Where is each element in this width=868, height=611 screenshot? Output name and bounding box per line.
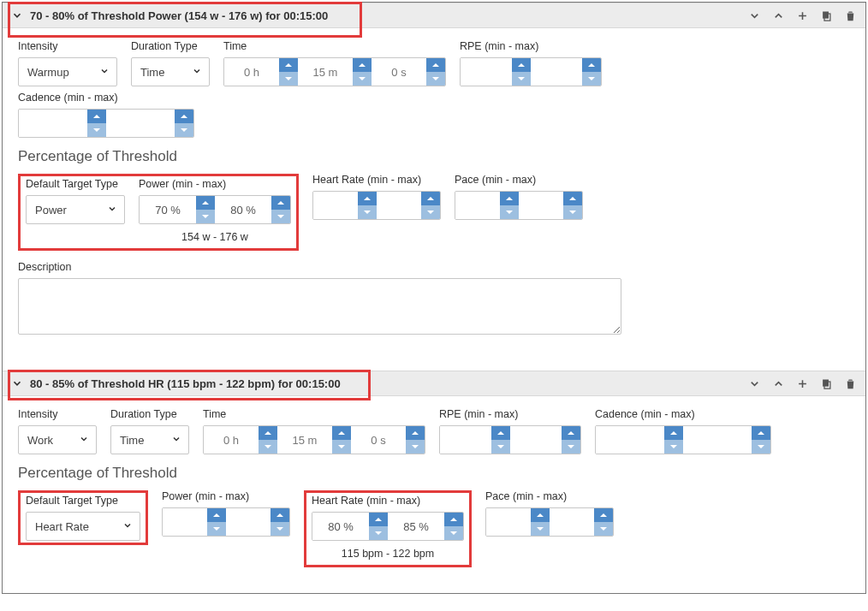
spin-up[interactable] [87, 110, 106, 123]
spin-up[interactable] [582, 58, 601, 72]
spin-down[interactable] [271, 522, 289, 536]
spin-up[interactable] [563, 192, 582, 205]
description-input[interactable] [18, 278, 621, 335]
spin-down[interactable] [582, 72, 601, 86]
move-down-icon[interactable] [747, 377, 761, 390]
plus-icon[interactable] [795, 377, 809, 390]
spin-up[interactable] [279, 58, 298, 72]
rpe-max[interactable] [531, 58, 582, 86]
spin-down[interactable] [491, 440, 510, 454]
power-max[interactable] [215, 196, 271, 223]
spin-down[interactable] [500, 205, 519, 219]
spin-up[interactable] [444, 513, 463, 526]
trash-icon[interactable] [843, 9, 857, 22]
spin-up[interactable] [406, 426, 425, 440]
spin-up[interactable] [271, 196, 290, 210]
spin-up[interactable] [491, 426, 510, 440]
duration-type-select[interactable]: Time [131, 57, 210, 86]
spin-down[interactable] [664, 440, 683, 454]
plus-icon[interactable] [795, 9, 809, 22]
rpe-min[interactable] [440, 426, 491, 454]
time-m[interactable] [277, 426, 332, 454]
spin-down[interactable] [594, 522, 613, 536]
rpe-max[interactable] [510, 426, 562, 454]
spin-down[interactable] [421, 205, 440, 219]
power-max[interactable] [226, 508, 271, 536]
spin-down[interactable] [406, 440, 425, 454]
spin-up[interactable] [426, 58, 445, 72]
intensity-select[interactable]: Warmup [18, 57, 117, 86]
spin-up[interactable] [271, 508, 289, 522]
time-input[interactable] [203, 425, 425, 454]
spin-down[interactable] [259, 440, 277, 454]
spin-up[interactable] [196, 196, 215, 210]
time-s[interactable] [351, 426, 406, 454]
spin-up[interactable] [512, 58, 531, 72]
spin-down[interactable] [332, 440, 351, 454]
spin-up[interactable] [752, 426, 770, 440]
rpe-input[interactable] [439, 425, 581, 454]
spin-down[interactable] [87, 123, 106, 137]
power-range-input[interactable] [139, 195, 291, 224]
section-header-1[interactable]: 70 - 80% of Threshold Power (154 w - 176… [3, 3, 865, 28]
move-down-icon[interactable] [747, 9, 761, 22]
spin-up[interactable] [175, 110, 193, 123]
rpe-min[interactable] [461, 58, 512, 86]
copy-icon[interactable] [819, 377, 833, 390]
hr-max[interactable] [388, 513, 444, 540]
spin-down[interactable] [563, 205, 582, 219]
spin-down[interactable] [271, 210, 290, 223]
spin-down[interactable] [279, 72, 298, 86]
spin-up[interactable] [664, 426, 683, 440]
time-input[interactable] [223, 57, 446, 86]
pace-range-input[interactable] [455, 191, 583, 220]
cad-max[interactable] [683, 426, 752, 454]
cadence-input[interactable] [595, 425, 771, 454]
spin-up[interactable] [421, 192, 440, 205]
power-range-input[interactable] [162, 507, 290, 537]
hr-range-input[interactable] [312, 191, 441, 220]
spin-up[interactable] [207, 508, 226, 522]
rpe-input[interactable] [460, 57, 602, 86]
spin-down[interactable] [207, 522, 226, 536]
cad-max[interactable] [106, 110, 175, 137]
power-min[interactable] [140, 196, 196, 223]
chevron-down-icon[interactable] [11, 377, 23, 389]
spin-down[interactable] [175, 123, 193, 137]
time-s[interactable] [372, 58, 426, 86]
spin-down[interactable] [562, 440, 580, 454]
pace-range-input[interactable] [485, 507, 614, 537]
spin-down[interactable] [353, 72, 372, 86]
spin-down[interactable] [512, 72, 531, 86]
move-up-icon[interactable] [771, 377, 785, 390]
spin-down[interactable] [531, 522, 550, 536]
time-h[interactable] [204, 426, 259, 454]
spin-up[interactable] [562, 426, 580, 440]
spin-up[interactable] [369, 513, 388, 526]
spin-down[interactable] [426, 72, 445, 86]
copy-icon[interactable] [819, 9, 833, 22]
cadence-input[interactable] [18, 109, 194, 138]
spin-down[interactable] [369, 526, 388, 540]
hr-min[interactable] [312, 513, 369, 540]
intensity-select[interactable]: Work [18, 425, 97, 454]
default-target-type-select[interactable]: Heart Rate [26, 512, 140, 541]
pace-max[interactable] [550, 508, 594, 536]
trash-icon[interactable] [843, 377, 857, 390]
time-h[interactable] [224, 58, 279, 86]
spin-up[interactable] [353, 58, 372, 72]
spin-down[interactable] [752, 440, 770, 454]
spin-down[interactable] [196, 210, 215, 223]
pace-min[interactable] [486, 508, 531, 536]
spin-up[interactable] [500, 192, 519, 205]
spin-up[interactable] [531, 508, 550, 522]
time-m[interactable] [298, 58, 353, 86]
chevron-down-icon[interactable] [11, 9, 23, 21]
spin-up[interactable] [358, 192, 377, 205]
duration-type-select[interactable]: Time [110, 425, 189, 454]
hr-range-input[interactable] [312, 512, 464, 541]
pace-max[interactable] [519, 192, 563, 219]
pace-min[interactable] [455, 192, 500, 219]
section-header-2[interactable]: 80 - 85% of Threshold HR (115 bpm - 122 … [3, 371, 865, 396]
spin-down[interactable] [358, 205, 377, 219]
